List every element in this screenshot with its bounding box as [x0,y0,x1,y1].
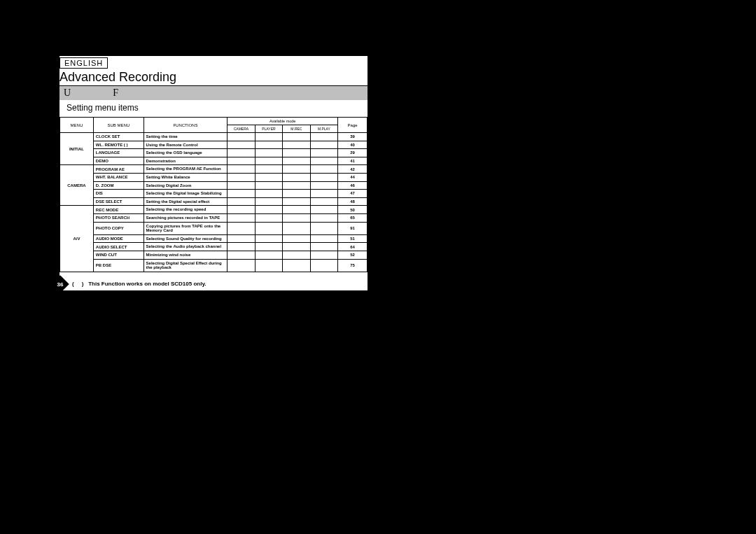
mode-cell [310,157,337,165]
th-page: Page [338,118,368,133]
page-cell: 52 [338,251,368,259]
mode-cell [283,251,310,259]
section-bar: U F [59,86,368,100]
page-cell: 46 [338,181,368,190]
page-cell: 64 [338,243,368,251]
table-row: AUDIO SELECTSelecting the Audio playback… [60,243,368,251]
bar-letter-u: U [64,87,71,99]
mode-cell [227,181,255,190]
function-cell: Selecting Digital Special Effect during … [144,259,227,272]
mode-cell [227,157,255,165]
table-row: DSE SELECTSetting the Digital special ef… [60,197,368,206]
mode-cell [310,165,337,174]
page-cell: 42 [338,165,368,174]
table-row: WHT. BALANCESetting White Balance44 [60,173,368,181]
mode-cell [227,222,255,234]
mode-cell [310,197,337,206]
paren-close: ) [82,281,84,287]
mode-cell [255,165,282,174]
mode-cell [255,206,282,214]
th-sub: SUB MENU [93,118,144,133]
mode-cell [283,165,310,174]
mode-cell [227,259,255,272]
mode-cell [283,181,310,190]
function-cell: Selecting the Digital Image Stabilizing [144,190,227,198]
page-cell: 41 [338,157,368,165]
menu-group-cell: CAMERA [60,165,94,206]
mode-cell [310,206,337,214]
function-cell: Copying pictures from TAPE onto the Memo… [144,222,227,234]
mode-cell [255,243,282,251]
submenu-cell: PROGRAM AE [93,165,144,174]
page-cell: 91 [338,222,368,234]
submenu-cell: PHOTO COPY [93,222,144,234]
submenu-cell: AUDIO MODE [93,234,144,243]
mode-cell [255,133,282,141]
mode-cell [283,141,310,149]
table-row: DEMODemonstration41 [60,157,368,165]
function-cell: Minimizing wind noise [144,251,227,259]
mode-cell [227,190,255,198]
table-row: PB DSESelecting Digital Special Effect d… [60,259,368,272]
function-cell: Selecting the recording speed [144,206,227,214]
manual-page: ENGLISH Advanced Recording U F Setting m… [59,56,368,290]
table-row: LANGUAGESelecting the OSD language29 [60,149,368,157]
menu-group-cell: INITIAL [60,133,94,165]
mode-cell [255,141,282,149]
table-row: D. ZOOMSelecting Digital Zoom46 [60,181,368,190]
submenu-cell: LANGUAGE [93,149,144,157]
function-cell: Setting the time [144,133,227,141]
mode-cell [255,149,282,157]
mode-cell [283,234,310,243]
function-cell: Selecting the PROGRAM AE Function [144,165,227,174]
th-player: PLAYER [255,125,282,133]
function-cell: Using the Remote Control [144,141,227,149]
mode-cell [310,213,337,222]
mode-cell [227,173,255,181]
footnote-text: This Function works on model SCD105 only… [88,281,206,287]
mode-cell [283,197,310,206]
submenu-cell: DEMO [93,157,144,165]
mode-cell [227,213,255,222]
function-cell: Demonstration [144,157,227,165]
function-cell: Searching pictures recorded in TAPE [144,213,227,222]
page-cell: 75 [338,259,368,272]
mode-cell [255,251,282,259]
mode-cell [310,222,337,234]
page-cell: 48 [338,197,368,206]
page-number: 36 [57,281,64,287]
mode-cell [227,165,255,174]
function-cell: Selecting the Audio playback channel [144,243,227,251]
page-cell: 47 [338,190,368,198]
language-label: ENGLISH [59,57,108,69]
menu-table: MENU SUB MENU FUNCTIONS Available mode P… [59,117,368,272]
page-cell: 65 [338,213,368,222]
mode-cell [310,141,337,149]
th-available: Available mode [227,118,338,125]
table-row: PHOTO SEARCHSearching pictures recorded … [60,213,368,222]
function-cell: Setting White Balance [144,173,227,181]
mode-cell [227,206,255,214]
mode-cell [255,197,282,206]
table-row: A/VREC MODESelecting the recording speed… [60,206,368,214]
mode-cell [227,251,255,259]
paren-open: ( [72,281,74,287]
table-body: INITIALCLOCK SETSetting the time39WL. RE… [60,133,368,272]
mode-cell [310,133,337,141]
mode-cell [310,251,337,259]
submenu-cell: WL. REMOTE ( ) [93,141,144,149]
function-cell: Selecting the OSD language [144,149,227,157]
submenu-cell: AUDIO SELECT [93,243,144,251]
table-row: AUDIO MODESelecting Sound Quality for re… [60,234,368,243]
mode-cell [283,206,310,214]
mode-cell [283,149,310,157]
mode-cell [283,157,310,165]
submenu-cell: PB DSE [93,259,144,272]
page-cell: 50 [338,206,368,214]
mode-cell [227,234,255,243]
mode-cell [255,222,282,234]
mode-cell [255,234,282,243]
mode-cell [283,173,310,181]
mode-cell [283,259,310,272]
mode-cell [255,157,282,165]
